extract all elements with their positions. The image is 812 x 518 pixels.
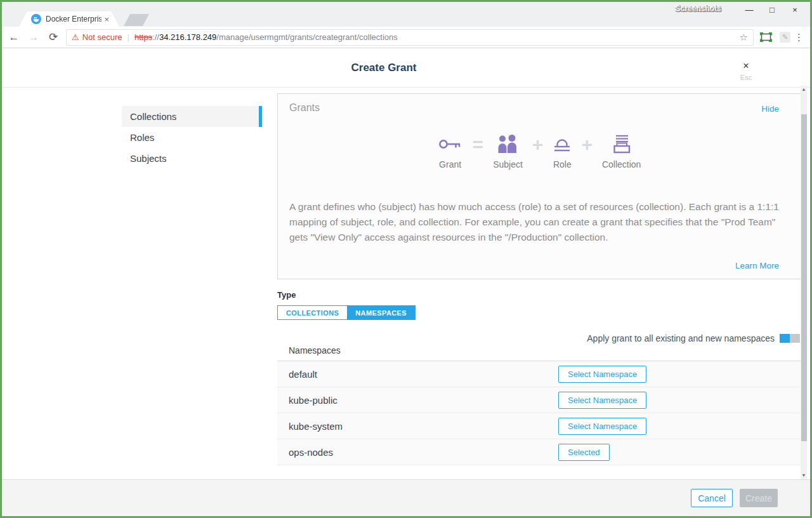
- sidebar-item-roles[interactable]: Roles: [122, 127, 262, 148]
- table-row: ops-nodes Selected: [277, 439, 801, 465]
- sidebar-item-collections[interactable]: Collections: [122, 106, 262, 127]
- tab-close-icon[interactable]: ×: [104, 15, 109, 24]
- close-window-button[interactable]: ×: [783, 4, 806, 17]
- back-icon[interactable]: ←: [6, 31, 22, 44]
- url-text[interactable]: https://34.216.178.249/manage/usermgmt/g…: [134, 32, 398, 42]
- extension-icons: ✎: [760, 32, 790, 43]
- scroll-up-icon[interactable]: ▲: [801, 86, 807, 93]
- new-tab-button[interactable]: [124, 14, 149, 26]
- modal-footer: Cancel Create: [2, 479, 810, 516]
- screenshots-watermark: Screenshots: [676, 4, 721, 13]
- namespace-name: kube-public: [289, 395, 558, 406]
- modal-close-button[interactable]: × Esc: [737, 60, 756, 81]
- selected-namespace-button[interactable]: Selected: [558, 444, 610, 461]
- namespace-name: default: [289, 369, 558, 380]
- esc-label: Esc: [737, 74, 756, 81]
- scrollbar-thumb[interactable]: [801, 114, 807, 441]
- sidebar: Collections Roles Subjects: [122, 106, 262, 169]
- toggle-track: [790, 334, 800, 343]
- grant-equation: Grant = Subject + Role: [278, 133, 801, 169]
- url-separator: ://: [152, 32, 159, 42]
- browser-titlebar: Screenshots — □ × Docker Enterprise Edit…: [2, 2, 810, 27]
- url-path: /manage/usermgmt/grants/creategrant/coll…: [216, 32, 397, 42]
- chrome-menu-icon[interactable]: ⋮: [794, 32, 804, 43]
- tab-collections[interactable]: COLLECTIONS: [278, 306, 347, 319]
- apply-all-toggle-row: Apply grant to all existing and new name…: [587, 333, 800, 343]
- collection-tray-icon: [611, 133, 632, 155]
- table-row: default Select Namespace: [277, 361, 801, 387]
- window-controls: — □ ×: [738, 4, 806, 17]
- hide-link[interactable]: Hide: [761, 104, 779, 114]
- table-row: kube-system Select Namespace: [277, 413, 801, 439]
- select-namespace-button[interactable]: Select Namespace: [558, 418, 646, 435]
- people-icon: [496, 133, 519, 155]
- edit-extension-icon[interactable]: ✎: [780, 32, 790, 43]
- equation-label-role: Role: [553, 159, 572, 169]
- browser-tab[interactable]: Docker Enterprise Edition ×: [19, 11, 119, 27]
- omnibox-divider: |: [128, 32, 129, 42]
- equals-icon: =: [473, 133, 484, 156]
- grants-description: A grant defines who (subject) has how mu…: [289, 199, 789, 245]
- scrollbar[interactable]: ▲ ▼: [801, 86, 807, 479]
- apply-all-toggle[interactable]: [780, 334, 800, 343]
- address-bar[interactable]: ⚠ Not secure | https://34.216.178.249/ma…: [66, 29, 754, 46]
- browser-window: Screenshots — □ × Docker Enterprise Edit…: [0, 0, 812, 518]
- equation-collection: Collection: [602, 133, 641, 169]
- bookmark-star-icon[interactable]: ☆: [740, 32, 748, 43]
- equation-grant: Grant: [438, 133, 463, 169]
- panel-heading: Grants: [289, 102, 320, 114]
- forward-icon: →: [26, 31, 41, 44]
- create-button[interactable]: Create: [740, 489, 778, 507]
- equation-label-grant: Grant: [439, 159, 461, 169]
- cancel-button[interactable]: Cancel: [691, 489, 733, 507]
- namespaces-column-header: Namespaces: [277, 345, 801, 361]
- close-icon[interactable]: ×: [737, 60, 756, 72]
- namespaces-table: Namespaces default Select Namespace kube…: [277, 345, 801, 465]
- plus-icon: +: [581, 133, 593, 156]
- key-icon: [438, 133, 463, 155]
- equation-role: Role: [553, 133, 572, 169]
- apply-all-toggle-label: Apply grant to all existing and new name…: [587, 333, 775, 343]
- toggle-knob: [780, 334, 790, 343]
- select-namespace-button[interactable]: Select Namespace: [558, 392, 646, 409]
- url-host: 34.216.178.249: [159, 32, 216, 42]
- table-row: kube-public Select Namespace: [277, 387, 801, 413]
- select-namespace-button[interactable]: Select Namespace: [558, 366, 646, 383]
- equation-label-collection: Collection: [602, 159, 641, 169]
- plus-icon: +: [532, 133, 544, 156]
- modal-body: Collections Roles Subjects Grants Hide G…: [2, 88, 810, 479]
- modal-header: Create Grant × Esc: [2, 49, 810, 88]
- maximize-button[interactable]: □: [761, 4, 783, 17]
- not-secure-label[interactable]: Not secure: [82, 32, 122, 42]
- tab-title: Docker Enterprise Edition: [46, 15, 102, 23]
- minimize-button[interactable]: —: [738, 4, 761, 17]
- security-warning-icon[interactable]: ⚠: [72, 32, 79, 42]
- namespace-name: kube-system: [289, 421, 558, 432]
- screenshot-extension-icon[interactable]: [760, 32, 772, 42]
- type-segmented-control: COLLECTIONS NAMESPACES: [277, 305, 416, 320]
- equation-subject: Subject: [493, 133, 523, 169]
- url-scheme: https: [134, 32, 152, 42]
- page-title: Create Grant: [2, 62, 766, 74]
- reload-icon[interactable]: ⟳: [46, 30, 61, 44]
- equation-label-subject: Subject: [493, 159, 523, 169]
- namespace-name: ops-nodes: [289, 447, 558, 458]
- grants-info-panel: Grants Hide Grant = Subject: [277, 93, 801, 279]
- browser-toolbar: ← → ⟳ ⚠ Not secure | https://34.216.178.…: [2, 27, 810, 48]
- type-label: Type: [277, 290, 296, 300]
- learn-more-link[interactable]: Learn More: [735, 261, 779, 270]
- docker-favicon-icon: [31, 14, 41, 24]
- sidebar-item-subjects[interactable]: Subjects: [122, 148, 262, 169]
- tab-namespaces[interactable]: NAMESPACES: [347, 306, 415, 319]
- role-scale-icon: [553, 133, 572, 155]
- scroll-down-icon[interactable]: ▼: [801, 472, 807, 479]
- create-grant-page: Create Grant × Esc Collections Roles Sub…: [2, 49, 810, 516]
